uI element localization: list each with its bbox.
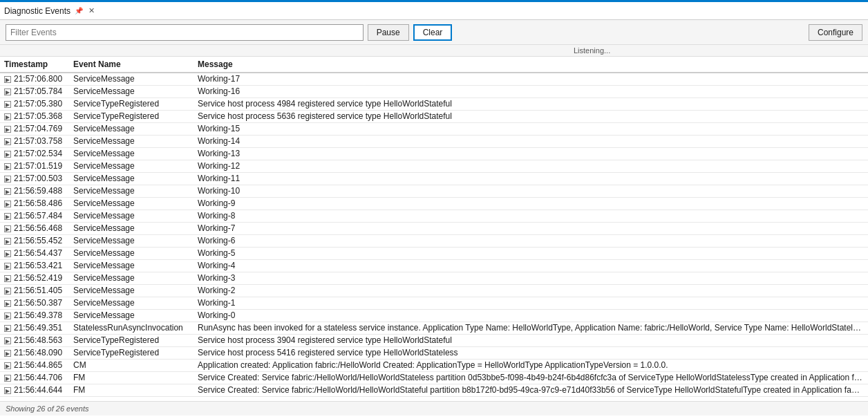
expand-icon[interactable]: ▶ [4,188,11,195]
expand-icon[interactable]: ▶ [4,275,11,282]
table-row[interactable]: ▶21:56:49.351StatelessRunAsyncInvocation… [0,322,868,334]
cell-event-name: ServiceMessage [69,135,194,147]
cell-message: Working-3 [194,272,868,284]
expand-icon[interactable]: ▶ [4,313,11,319]
cell-event-name: ServiceTypeRegistered [69,97,194,110]
cell-message: Service Created: Service fabric:/HelloWo… [194,371,868,384]
cell-message: Working-5 [194,247,868,259]
expand-icon[interactable]: ▶ [4,263,11,270]
cell-message: Service host process 4984 registered ser… [194,97,868,110]
table-row[interactable]: ▶21:56:44.706FMService Created: Service … [0,371,868,384]
toolbar: Pause Clear Configure [0,20,868,45]
cell-timestamp: ▶21:56:51.405 [0,284,69,297]
col-header-event-name: Event Name [69,57,194,73]
status-bar: Listening... [0,45,868,57]
expand-icon[interactable]: ▶ [4,176,11,183]
cell-message: Working-7 [194,222,868,234]
table-row[interactable]: ▶21:57:04.769ServiceMessageWorking-15 [0,122,868,135]
cell-message: Application created: Application fabric:… [194,359,868,371]
cell-timestamp: ▶21:57:01.519 [0,160,69,172]
expand-icon[interactable]: ▶ [4,250,11,257]
pin-icon[interactable]: 📌 [75,7,83,15]
cell-event-name: ServiceMessage [69,160,194,172]
cell-timestamp: ▶21:56:48.563 [0,334,69,346]
table-row[interactable]: ▶21:56:48.563ServiceTypeRegisteredServic… [0,334,868,346]
table-row[interactable]: ▶21:56:49.378ServiceMessageWorking-0 [0,309,868,322]
expand-icon[interactable]: ▶ [4,350,11,357]
table-row[interactable]: ▶21:56:59.488ServiceMessageWorking-10 [0,185,868,197]
cell-event-name: FM [69,384,194,396]
expand-icon[interactable]: ▶ [4,300,11,307]
table-row[interactable]: ▶21:56:44.865CMApplication created: Appl… [0,359,868,371]
expand-icon[interactable]: ▶ [4,163,11,170]
table-row[interactable]: ▶21:56:51.405ServiceMessageWorking-2 [0,284,868,297]
clear-button[interactable]: Clear [413,24,453,41]
table-row[interactable]: ▶21:56:53.421ServiceMessageWorking-4 [0,259,868,272]
table-row[interactable]: ▶21:57:01.519ServiceMessageWorking-12 [0,160,868,172]
expand-icon[interactable]: ▶ [4,238,11,245]
table-row[interactable]: ▶21:56:44.644FMService Created: Service … [0,384,868,396]
cell-event-name: ServiceMessage [69,222,194,234]
expand-icon[interactable]: ▶ [4,325,11,332]
close-icon[interactable]: ✕ [88,6,95,15]
expand-icon[interactable]: ▶ [4,113,11,120]
expand-icon[interactable]: ▶ [4,225,11,232]
table-row[interactable]: ▶21:56:58.486ServiceMessageWorking-9 [0,197,868,210]
expand-icon[interactable]: ▶ [4,362,11,369]
table-row[interactable]: ▶21:56:57.484ServiceMessageWorking-8 [0,210,868,222]
table-row[interactable]: ▶21:57:03.758ServiceMessageWorking-14 [0,135,868,147]
cell-message: Service host process 5636 registered ser… [194,110,868,122]
expand-icon[interactable]: ▶ [4,288,11,295]
cell-timestamp: ▶21:57:04.769 [0,122,69,135]
cell-timestamp: ▶21:56:50.387 [0,297,69,309]
expand-icon[interactable]: ▶ [4,89,11,95]
table-row[interactable]: ▶21:56:55.452ServiceMessageWorking-6 [0,234,868,247]
table-row[interactable]: ▶21:57:05.784ServiceMessageWorking-16 [0,85,868,97]
cell-message: Working-0 [194,309,868,322]
cell-timestamp: ▶21:56:57.484 [0,210,69,222]
cell-message: Working-6 [194,234,868,247]
cell-event-name: ServiceMessage [69,309,194,322]
cell-event-name: FM [69,371,194,384]
table-row[interactable]: ▶21:56:50.387ServiceMessageWorking-1 [0,297,868,309]
table-row[interactable]: ▶21:57:05.368ServiceTypeRegisteredServic… [0,110,868,122]
expand-icon[interactable]: ▶ [4,126,11,133]
expand-icon[interactable]: ▶ [4,337,11,344]
table-row[interactable]: ▶21:56:52.419ServiceMessageWorking-3 [0,272,868,284]
cell-timestamp: ▶21:56:54.437 [0,247,69,259]
pause-button[interactable]: Pause [368,24,409,41]
table-row[interactable]: ▶21:57:06.800ServiceMessageWorking-17 [0,73,868,85]
cell-event-name: ServiceMessage [69,272,194,284]
table-body: ▶21:57:06.800ServiceMessageWorking-17▶21… [0,73,868,396]
expand-icon[interactable]: ▶ [4,76,11,83]
col-header-message: Message [194,57,868,73]
expand-icon[interactable]: ▶ [4,201,11,207]
expand-icon[interactable]: ▶ [4,151,11,158]
expand-icon[interactable]: ▶ [4,375,11,382]
cell-timestamp: ▶21:57:00.503 [0,172,69,185]
expand-icon[interactable]: ▶ [4,138,11,145]
cell-timestamp: ▶21:56:52.419 [0,272,69,284]
cell-timestamp: ▶21:57:02.534 [0,147,69,160]
table-row[interactable]: ▶21:57:05.380ServiceTypeRegisteredServic… [0,97,868,110]
expand-icon[interactable]: ▶ [4,101,11,108]
expand-icon[interactable]: ▶ [4,387,11,394]
table-row[interactable]: ▶21:57:00.503ServiceMessageWorking-11 [0,172,868,185]
cell-timestamp: ▶21:56:53.421 [0,259,69,272]
cell-timestamp: ▶21:57:03.758 [0,135,69,147]
table-row[interactable]: ▶21:56:56.468ServiceMessageWorking-7 [0,222,868,234]
col-header-timestamp: Timestamp [0,57,69,73]
cell-timestamp: ▶21:56:44.865 [0,359,69,371]
table-row[interactable]: ▶21:56:54.437ServiceMessageWorking-5 [0,247,868,259]
expand-icon[interactable]: ▶ [4,213,11,220]
cell-event-name: ServiceMessage [69,185,194,197]
table-row[interactable]: ▶21:57:02.534ServiceMessageWorking-13 [0,147,868,160]
events-table-wrapper[interactable]: Timestamp Event Name Message ▶21:57:06.8… [0,57,868,401]
cell-timestamp: ▶21:56:56.468 [0,222,69,234]
listening-text: Listening... [574,46,610,55]
cell-event-name: ServiceMessage [69,284,194,297]
configure-button[interactable]: Configure [809,24,862,41]
table-row[interactable]: ▶21:56:48.090ServiceTypeRegisteredServic… [0,346,868,359]
filter-input[interactable] [6,24,364,41]
cell-timestamp: ▶21:57:06.800 [0,73,69,85]
